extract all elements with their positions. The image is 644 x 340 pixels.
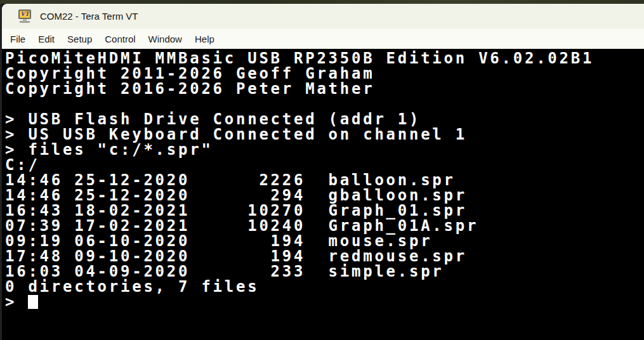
terminal-line: > files "c:/*.spr" — [5, 142, 644, 157]
tera-term-vt-icon: VT — [18, 10, 32, 23]
terminal-screen[interactable]: PicoMiteHDMI MMBasic USB RP2350B Edition… — [2, 49, 644, 340]
tera-term-window: VT COM22 - Tera Term VT FileEditSetupCon… — [2, 4, 644, 340]
terminal-line: 0 directories, 7 files — [5, 279, 644, 294]
terminal-line: > USB Flash Drive Connected (addr 1) — [5, 112, 644, 127]
terminal-line: 14:46 25-12-2020 2226 balloon.spr — [5, 173, 644, 188]
terminal-line: Copyright 2016-2026 Peter Mather — [5, 81, 644, 96]
menu-item-setup[interactable]: Setup — [61, 31, 98, 47]
terminal-line: 16:43 18-02-2021 10270 Graph_01.spr — [5, 203, 644, 218]
terminal-line — [5, 96, 644, 112]
terminal-line: 16:03 04-09-2020 233 simple.spr — [5, 264, 644, 279]
menu-item-window[interactable]: Window — [142, 31, 188, 47]
vt-icon-base — [20, 21, 30, 23]
menu-item-file[interactable]: File — [4, 31, 32, 47]
terminal-line: 14:46 25-12-2020 294 gballoon.spr — [5, 188, 644, 203]
terminal-cursor — [28, 295, 38, 309]
terminal-line: 09:19 06-10-2020 194 mouse.spr — [5, 233, 644, 249]
terminal-line: 17:48 09-10-2020 194 redmouse.spr — [5, 249, 644, 264]
terminal-line: > US USB Keyboard Connected on channel 1 — [5, 127, 644, 142]
window-title: COM22 - Tera Term VT — [40, 11, 138, 22]
terminal-line: 07:39 17-02-2021 10240 Graph_01A.spr — [5, 218, 644, 233]
menu-item-edit[interactable]: Edit — [32, 31, 61, 47]
terminal-line: Copyright 2011-2026 Geoff Graham — [5, 66, 644, 81]
terminal-line: PicoMiteHDMI MMBasic USB RP2350B Edition… — [5, 51, 644, 66]
vt-icon-screen: VT — [18, 10, 31, 19]
terminal-line: > — [5, 294, 644, 310]
menu-bar: FileEditSetupControlWindowHelp — [2, 29, 644, 49]
menu-item-control[interactable]: Control — [98, 31, 141, 47]
terminal-line: C:/ — [5, 157, 644, 173]
title-bar[interactable]: VT COM22 - Tera Term VT — [2, 4, 644, 29]
menu-item-help[interactable]: Help — [188, 31, 221, 47]
